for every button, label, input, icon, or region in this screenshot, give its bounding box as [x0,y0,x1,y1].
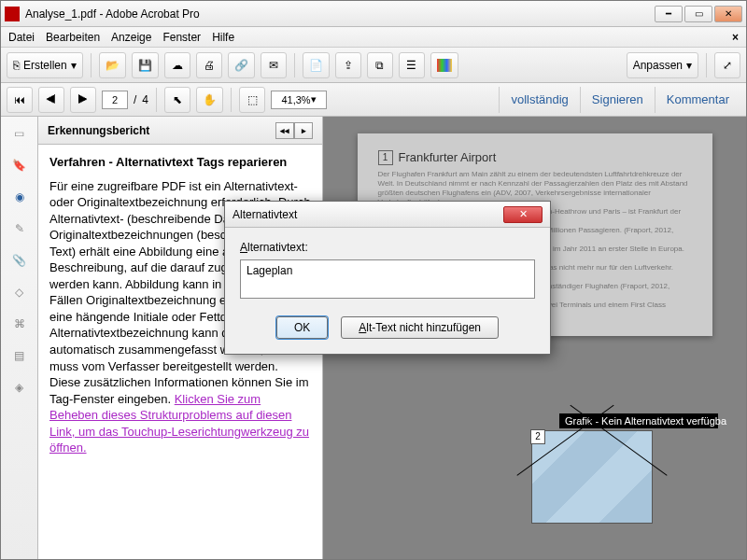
panel-heading: Verfahren - Alternativtext Tags reparier… [49,154,311,171]
content-icon[interactable]: ▤ [10,346,29,365]
colorbar-button[interactable] [430,52,458,78]
customize-button[interactable]: Anpassen ▾ [627,52,698,78]
dialog-title: Alternativtext [233,208,297,221]
alt-text-input[interactable]: Lageplan [240,259,535,299]
figure-1-marker: 1 [378,150,393,165]
save-button[interactable]: 💾 [132,52,159,78]
page-icon: 📄 [309,59,323,72]
sign-button[interactable]: Signieren [580,87,655,113]
prev-page-button[interactable]: ⯇ [38,87,64,113]
expand-icon: ⤢ [723,59,732,72]
page-sep: / [134,93,136,106]
alt-text-dialog: Alternativtext ✕ Alternativtext: Lagepla… [224,201,551,355]
folder-icon: 📂 [106,59,120,72]
page-number-input[interactable] [102,91,128,109]
thumbnails-icon[interactable]: ▭ [10,124,29,143]
menu-close-doc[interactable]: × [732,31,739,44]
signatures-icon[interactable]: ✎ [10,219,29,238]
figure-2-image[interactable]: 2 [531,430,653,524]
customize-label: Anpassen [633,59,683,72]
window-title: Analyse_1.pdf - Adobe Acrobat Pro [25,7,655,21]
ok-button[interactable]: OK [276,316,328,339]
figure-2-marker: 2 [530,429,545,444]
page-total: 4 [142,93,148,106]
create-icon: ⎘ [13,59,20,72]
alt-text-label: Alternativtext: [240,241,535,254]
select-tool-button[interactable]: ⬉ [164,87,190,113]
tools-full-button[interactable]: vollständig [499,87,579,113]
cloud-button[interactable]: ☁ [164,52,190,78]
menubar: Datei Bearbeiten Anzeige Fenster Hilfe × [1,27,746,48]
tags-icon[interactable]: ⌘ [10,315,29,333]
close-button[interactable]: ✕ [714,6,742,22]
print-button[interactable]: 🖨 [196,52,222,78]
attachments-icon[interactable]: 📎 [10,251,29,270]
menu-file[interactable]: Datei [8,31,35,44]
menu-window[interactable]: Fenster [162,31,201,44]
combine-icon: ⧉ [375,59,384,72]
hand-tool-button[interactable]: ✋ [196,87,223,113]
export-button[interactable]: ⇪ [335,52,361,78]
panel-forward-button[interactable]: ▸ [294,122,313,139]
open-button[interactable]: 📂 [99,52,126,78]
nav-sidebar: ▭ 🔖 ◉ ✎ 📎 ◇ ⌘ ▤ ◈ [1,117,38,559]
share-icon: 🔗 [234,59,248,72]
comment-button[interactable]: Kommentar [655,87,740,113]
create-button[interactable]: ⎘ Erstellen ▾ [7,52,83,78]
zoom-marquee-button[interactable]: ⬚ [239,87,265,113]
chevron-down-icon: ▾ [686,59,692,72]
panel-title: Erkennungsbericht [48,124,149,137]
page-tool-button[interactable]: 📄 [303,52,330,78]
menu-view[interactable]: Anzeige [111,31,151,44]
toolbar-nav: ⏮ ⯇ ⯈ / 4 ⬉ ✋ ⬚ 41,3% ▾ vollständig Sign… [1,83,746,117]
zoom-level[interactable]: 41,3% ▾ [271,91,327,109]
email-button[interactable]: ✉ [261,52,287,78]
figure-2-container: Grafik - Kein Alternativtext verfügba 2 [531,413,690,524]
panel-back-button[interactable]: ◂◂ [275,122,294,139]
menu-edit[interactable]: Bearbeiten [46,31,100,44]
skip-alt-text-button[interactable]: Alt-Text nicht hinzufügen [341,316,499,339]
share-button[interactable]: 🔗 [228,52,255,78]
form-button[interactable]: ☰ [399,52,425,78]
order-icon[interactable]: ◈ [10,378,29,397]
accessibility-report-icon[interactable]: ◉ [10,188,29,206]
dialog-close-button[interactable]: ✕ [503,206,543,223]
floppy-icon: 💾 [138,59,152,72]
app-icon [5,7,20,21]
form-icon: ☰ [406,59,416,72]
cloud-icon: ☁ [172,59,183,72]
combine-button[interactable]: ⧉ [367,52,393,78]
minimize-button[interactable]: ━ [655,6,683,22]
fullscreen-button[interactable]: ⤢ [714,52,740,78]
bookmarks-icon[interactable]: 🔖 [10,156,29,175]
menu-help[interactable]: Hilfe [212,31,234,44]
layers-icon[interactable]: ◇ [10,283,29,301]
export-icon: ⇪ [344,59,353,72]
first-page-button[interactable]: ⏮ [7,87,33,113]
mail-icon: ✉ [269,59,278,72]
toolbar-main: ⎘ Erstellen ▾ 📂 💾 ☁ 🖨 🔗 ✉ 📄 ⇪ ⧉ ☰ Anpass… [1,48,746,83]
colorbar-icon [437,59,452,72]
create-label: Erstellen [23,59,67,72]
chevron-down-icon: ▾ [71,59,77,72]
figure-1-title: Frankfurter Airport [399,150,692,164]
maximize-button[interactable]: ▭ [684,6,712,22]
window-titlebar: Analyse_1.pdf - Adobe Acrobat Pro ━ ▭ ✕ [1,1,746,27]
printer-icon: 🖨 [204,59,215,72]
next-page-button[interactable]: ⯈ [70,87,96,113]
